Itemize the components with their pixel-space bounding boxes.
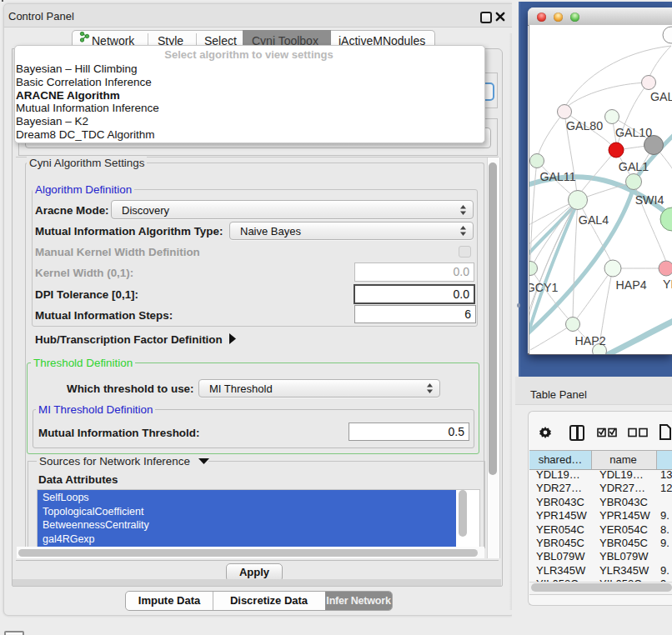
svg-text:YEL: YEL xyxy=(663,278,672,291)
svg-text:HAP2: HAP2 xyxy=(574,334,605,348)
svg-text:SWI4: SWI4 xyxy=(635,193,664,207)
svg-text:HAP4: HAP4 xyxy=(615,278,646,292)
svg-text:GAL4: GAL4 xyxy=(579,213,609,227)
svg-text:GAL1: GAL1 xyxy=(619,160,649,173)
svg-text:GAL80: GAL80 xyxy=(566,119,603,132)
svg-text:GCY1: GCY1 xyxy=(529,281,558,294)
svg-text:GAL2: GAL2 xyxy=(650,90,672,103)
svg-text:GAL10: GAL10 xyxy=(615,126,652,139)
svg-text:GAL11: GAL11 xyxy=(539,170,575,183)
